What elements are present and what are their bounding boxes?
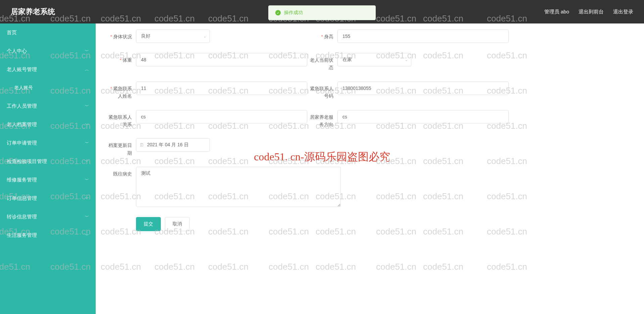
label-weight: *体重 [106, 53, 136, 64]
chevron-down-icon: ﹀ [85, 214, 89, 220]
chevron-down-icon: ﹀ [85, 122, 89, 127]
header-right: 管理员 abo 退出到前台 退出登录 [544, 9, 633, 15]
label-elder-state: 老人当前状态 [307, 53, 337, 71]
chevron-down-icon: ﹀ [85, 196, 89, 201]
label-update-date: 档案更新日期 [106, 138, 136, 157]
toast-text: 操作成功 [284, 10, 303, 16]
submit-button[interactable]: 提交 [136, 217, 161, 231]
label-contact-phone: 紧急联系人号码 [307, 82, 337, 100]
main-content: *身体状况 ⌄ *身高 *体重 老人当前状态 ⌄ [96, 23, 644, 314]
sidebar-item-elder-account[interactable]: 老人账号 [0, 79, 96, 97]
logout-link[interactable]: 退出登录 [613, 9, 633, 15]
weight-input[interactable] [136, 53, 307, 66]
label-contact-name: *紧急联系人姓名 [106, 82, 136, 100]
label-history: 既往病史 [106, 167, 136, 177]
height-input[interactable] [337, 30, 509, 43]
chevron-down-icon: ﹀ [85, 177, 89, 183]
chevron-down-icon: ﹀ [85, 159, 89, 164]
contact-relation-input[interactable] [136, 110, 307, 123]
chevron-down-icon: ﹀ [85, 103, 89, 109]
sidebar-item-elder-archive[interactable]: 老人档案管理﹀ [0, 115, 96, 134]
contact-phone-input[interactable] [337, 82, 509, 95]
app-title: 居家养老系统 [11, 7, 55, 17]
chevron-down-icon: ﹀ [85, 140, 89, 146]
goto-front-link[interactable]: 退出到前台 [579, 9, 604, 15]
home-service-input[interactable] [337, 110, 509, 123]
label-height: *身高 [307, 30, 337, 40]
sidebar-item-order-info[interactable]: 订单信息管理﹀ [0, 189, 96, 208]
history-textarea[interactable] [136, 167, 341, 207]
elder-state-select[interactable] [337, 53, 411, 66]
chevron-down-icon: ﹀ [85, 48, 89, 54]
sidebar-item-elder-account-mgmt[interactable]: 老人账号管理︿ [0, 60, 96, 79]
chevron-up-icon: ︿ [85, 67, 89, 72]
sidebar-item-home[interactable]: 首页 [0, 23, 96, 42]
contact-name-input[interactable] [136, 82, 307, 95]
success-toast: ✓ 操作成功 [268, 5, 376, 20]
sidebar-item-order-apply[interactable]: 订单申请管理﹀ [0, 134, 96, 152]
sidebar-item-referral-info[interactable]: 转诊信息管理﹀ [0, 208, 96, 226]
calendar-icon: 🗓 [139, 142, 144, 148]
update-date-input[interactable] [136, 138, 210, 152]
label-contact-relation: 紧急联系人关系 [106, 110, 136, 128]
label-home-service: 居家养老服务方向 [307, 110, 337, 128]
check-icon: ✓ [275, 10, 281, 15]
sidebar-item-life-service[interactable]: 生活服务管理﹀ [0, 226, 96, 245]
user-label[interactable]: 管理员 abo [544, 9, 569, 15]
chevron-down-icon: ﹀ [85, 232, 89, 238]
sidebar-item-repair-service[interactable]: 维修服务管理﹀ [0, 171, 96, 189]
sidebar: 首页 个人中心﹀ 老人账号管理︿ 老人账号 工作人员管理﹀ 老人档案管理﹀ 订单… [0, 23, 96, 314]
cancel-button[interactable]: 取消 [165, 217, 190, 231]
sidebar-item-personal[interactable]: 个人中心﹀ [0, 42, 96, 60]
sidebar-item-staff-mgmt[interactable]: 工作人员管理﹀ [0, 97, 96, 115]
body-status-select[interactable] [136, 30, 210, 43]
sidebar-item-check-project[interactable]: 检查检验项目管理﹀ [0, 152, 96, 171]
label-body-status: *身体状况 [106, 30, 136, 40]
